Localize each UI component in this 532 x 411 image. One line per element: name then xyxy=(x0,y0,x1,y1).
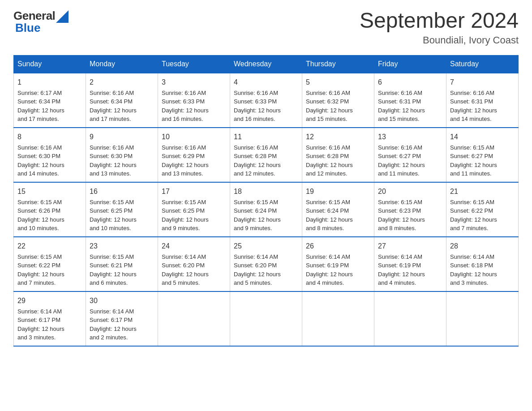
calendar-cell: 3 Sunrise: 6:16 AMSunset: 6:33 PMDayligh… xyxy=(158,73,230,128)
day-number: 24 xyxy=(162,241,226,252)
day-number: 8 xyxy=(17,132,82,142)
day-number: 28 xyxy=(450,241,515,252)
day-info: Sunrise: 6:16 AMSunset: 6:33 PMDaylight:… xyxy=(162,90,209,123)
day-number: 29 xyxy=(17,295,82,306)
calendar-cell xyxy=(374,291,446,346)
calendar-cell: 8 Sunrise: 6:16 AMSunset: 6:30 PMDayligh… xyxy=(14,128,86,182)
calendar-cell: 7 Sunrise: 6:16 AMSunset: 6:31 PMDayligh… xyxy=(446,73,519,128)
calendar-cell: 30 Sunrise: 6:14 AMSunset: 6:17 PMDaylig… xyxy=(86,291,158,346)
day-info: Sunrise: 6:15 AMSunset: 6:21 PMDaylight:… xyxy=(90,253,137,287)
day-number: 4 xyxy=(234,77,298,88)
day-number: 13 xyxy=(378,132,442,142)
calendar-table: Sunday Monday Tuesday Wednesday Thursday… xyxy=(13,55,519,347)
calendar-cell xyxy=(446,291,519,346)
day-number: 15 xyxy=(17,186,82,197)
calendar-cell: 2 Sunrise: 6:16 AMSunset: 6:34 PMDayligh… xyxy=(86,73,158,128)
calendar-cell: 23 Sunrise: 6:15 AMSunset: 6:21 PMDaylig… xyxy=(86,237,158,291)
svg-marker-0 xyxy=(56,10,69,23)
day-number: 3 xyxy=(162,77,226,88)
calendar-cell: 9 Sunrise: 6:16 AMSunset: 6:30 PMDayligh… xyxy=(86,128,158,182)
calendar-cell: 20 Sunrise: 6:15 AMSunset: 6:23 PMDaylig… xyxy=(374,182,446,237)
header-monday: Monday xyxy=(86,55,158,73)
day-number: 18 xyxy=(234,186,298,197)
day-info: Sunrise: 6:14 AMSunset: 6:20 PMDaylight:… xyxy=(162,253,209,287)
header-friday: Friday xyxy=(374,55,446,73)
day-info: Sunrise: 6:14 AMSunset: 6:17 PMDaylight:… xyxy=(17,308,64,341)
day-number: 6 xyxy=(378,77,442,88)
day-info: Sunrise: 6:15 AMSunset: 6:24 PMDaylight:… xyxy=(234,199,281,232)
day-number: 27 xyxy=(378,241,442,252)
calendar-cell: 6 Sunrise: 6:16 AMSunset: 6:31 PMDayligh… xyxy=(374,73,446,128)
day-info: Sunrise: 6:15 AMSunset: 6:23 PMDaylight:… xyxy=(378,199,425,232)
calendar-cell: 11 Sunrise: 6:16 AMSunset: 6:28 PMDaylig… xyxy=(230,128,302,182)
day-number: 16 xyxy=(90,186,154,197)
title-section: September 2024 Boundiali, Ivory Coast xyxy=(360,9,519,46)
day-info: Sunrise: 6:17 AMSunset: 6:34 PMDaylight:… xyxy=(17,90,64,123)
calendar-cell: 18 Sunrise: 6:15 AMSunset: 6:24 PMDaylig… xyxy=(230,182,302,237)
calendar-cell: 16 Sunrise: 6:15 AMSunset: 6:25 PMDaylig… xyxy=(86,182,158,237)
header-sunday: Sunday xyxy=(14,55,86,73)
day-number: 10 xyxy=(162,132,226,142)
calendar-cell: 22 Sunrise: 6:15 AMSunset: 6:22 PMDaylig… xyxy=(14,237,86,291)
day-info: Sunrise: 6:16 AMSunset: 6:28 PMDaylight:… xyxy=(306,144,353,177)
subtitle: Boundiali, Ivory Coast xyxy=(360,34,519,46)
calendar-week-1: 1 Sunrise: 6:17 AMSunset: 6:34 PMDayligh… xyxy=(14,73,519,128)
day-info: Sunrise: 6:14 AMSunset: 6:19 PMDaylight:… xyxy=(378,253,425,287)
logo: General Blue xyxy=(13,9,69,35)
header-wednesday: Wednesday xyxy=(230,55,302,73)
day-info: Sunrise: 6:16 AMSunset: 6:31 PMDaylight:… xyxy=(378,90,425,123)
day-info: Sunrise: 6:14 AMSunset: 6:19 PMDaylight:… xyxy=(306,253,353,287)
calendar-cell: 15 Sunrise: 6:15 AMSunset: 6:26 PMDaylig… xyxy=(14,182,86,237)
logo-blue-text: Blue xyxy=(15,21,40,34)
day-info: Sunrise: 6:14 AMSunset: 6:17 PMDaylight:… xyxy=(90,308,137,341)
day-info: Sunrise: 6:16 AMSunset: 6:32 PMDaylight:… xyxy=(306,90,353,123)
calendar-cell: 1 Sunrise: 6:17 AMSunset: 6:34 PMDayligh… xyxy=(14,73,86,128)
calendar-cell: 21 Sunrise: 6:15 AMSunset: 6:22 PMDaylig… xyxy=(446,182,519,237)
day-info: Sunrise: 6:15 AMSunset: 6:25 PMDaylight:… xyxy=(90,199,137,232)
day-info: Sunrise: 6:15 AMSunset: 6:27 PMDaylight:… xyxy=(450,144,497,177)
calendar-cell: 17 Sunrise: 6:15 AMSunset: 6:25 PMDaylig… xyxy=(158,182,230,237)
calendar-week-5: 29 Sunrise: 6:14 AMSunset: 6:17 PMDaylig… xyxy=(14,291,519,346)
calendar-cell: 26 Sunrise: 6:14 AMSunset: 6:19 PMDaylig… xyxy=(302,237,374,291)
day-number: 20 xyxy=(378,186,442,197)
day-info: Sunrise: 6:14 AMSunset: 6:20 PMDaylight:… xyxy=(234,253,281,287)
calendar-cell: 10 Sunrise: 6:16 AMSunset: 6:29 PMDaylig… xyxy=(158,128,230,182)
main-title: September 2024 xyxy=(360,9,519,33)
day-info: Sunrise: 6:16 AMSunset: 6:27 PMDaylight:… xyxy=(378,144,425,177)
calendar-cell: 24 Sunrise: 6:14 AMSunset: 6:20 PMDaylig… xyxy=(158,237,230,291)
day-number: 9 xyxy=(90,132,154,142)
day-number: 26 xyxy=(306,241,370,252)
day-info: Sunrise: 6:15 AMSunset: 6:22 PMDaylight:… xyxy=(450,199,497,232)
day-number: 1 xyxy=(17,77,82,88)
calendar-cell: 29 Sunrise: 6:14 AMSunset: 6:17 PMDaylig… xyxy=(14,291,86,346)
day-number: 2 xyxy=(90,77,154,88)
day-info: Sunrise: 6:16 AMSunset: 6:28 PMDaylight:… xyxy=(234,144,281,177)
calendar-cell: 5 Sunrise: 6:16 AMSunset: 6:32 PMDayligh… xyxy=(302,73,374,128)
day-number: 25 xyxy=(234,241,298,252)
day-info: Sunrise: 6:16 AMSunset: 6:34 PMDaylight:… xyxy=(90,90,137,123)
day-number: 14 xyxy=(450,132,515,142)
calendar-week-3: 15 Sunrise: 6:15 AMSunset: 6:26 PMDaylig… xyxy=(14,182,519,237)
calendar-cell: 13 Sunrise: 6:16 AMSunset: 6:27 PMDaylig… xyxy=(374,128,446,182)
day-number: 7 xyxy=(450,77,515,88)
calendar-cell xyxy=(230,291,302,346)
day-info: Sunrise: 6:15 AMSunset: 6:24 PMDaylight:… xyxy=(306,199,353,232)
calendar-cell xyxy=(158,291,230,346)
day-info: Sunrise: 6:15 AMSunset: 6:26 PMDaylight:… xyxy=(17,199,64,232)
day-number: 5 xyxy=(306,77,370,88)
calendar-cell: 4 Sunrise: 6:16 AMSunset: 6:33 PMDayligh… xyxy=(230,73,302,128)
day-info: Sunrise: 6:15 AMSunset: 6:22 PMDaylight:… xyxy=(17,253,64,287)
day-number: 19 xyxy=(306,186,370,197)
day-number: 11 xyxy=(234,132,298,142)
day-info: Sunrise: 6:14 AMSunset: 6:18 PMDaylight:… xyxy=(450,253,497,287)
day-number: 23 xyxy=(90,241,154,252)
day-info: Sunrise: 6:16 AMSunset: 6:30 PMDaylight:… xyxy=(17,144,64,177)
calendar-header-row: Sunday Monday Tuesday Wednesday Thursday… xyxy=(14,55,519,73)
calendar-cell: 28 Sunrise: 6:14 AMSunset: 6:18 PMDaylig… xyxy=(446,237,519,291)
day-number: 12 xyxy=(306,132,370,142)
day-info: Sunrise: 6:16 AMSunset: 6:33 PMDaylight:… xyxy=(234,90,281,123)
calendar-cell: 27 Sunrise: 6:14 AMSunset: 6:19 PMDaylig… xyxy=(374,237,446,291)
day-info: Sunrise: 6:16 AMSunset: 6:29 PMDaylight:… xyxy=(162,144,209,177)
logo-triangle-icon xyxy=(56,10,69,23)
page-header: General Blue September 2024 Boundiali, I… xyxy=(13,9,519,46)
